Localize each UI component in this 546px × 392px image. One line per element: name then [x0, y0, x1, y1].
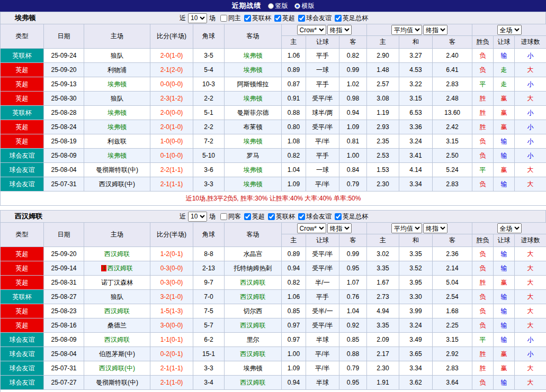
match-row: 英超25-08-16桑德兰3-0(0-0)5-7西汉姆联0.97受平/半0.92… — [1, 318, 546, 333]
same-venue-filter[interactable]: 同客 — [220, 212, 241, 221]
match-score: 2-2(1-1) — [150, 163, 193, 177]
results-table: 类型日期主场比分(半场)角球客场Crow*终指平均值终指全场主让球客主和客胜负让… — [0, 222, 546, 392]
handicap-away-odds: 0.95 — [339, 261, 367, 276]
handicap-away-odds: 0.99 — [339, 63, 367, 77]
match-score: 1-5(1-3) — [150, 304, 193, 318]
euro-odds-group: 平均值终指 — [367, 223, 472, 234]
bookmaker-select[interactable]: Crow* — [297, 223, 326, 233]
away-team: 布莱顿 — [225, 120, 282, 134]
handicap-away-odds: 1.04 — [339, 304, 367, 318]
bookmaker-select[interactable]: Crow* — [297, 25, 326, 35]
away-team: 西汉姆联 — [225, 276, 282, 290]
competition-filter[interactable]: 球会友谊 — [298, 14, 332, 23]
handicap-line: 平/半 — [306, 134, 339, 149]
layout-radio-horizontal[interactable]: 横版 — [294, 2, 315, 11]
competition-checkbox[interactable] — [274, 15, 281, 22]
competition-checkbox[interactable] — [335, 213, 342, 220]
result-handicap: 输 — [494, 177, 515, 192]
match-score: 0-2(0-1) — [150, 347, 193, 361]
home-win-odds: 3.35 — [367, 261, 399, 276]
match-type: 英超 — [1, 261, 44, 276]
results-table: 类型日期主场比分(半场)角球客场Crow*终指平均值终指全场主让球客主和客胜负让… — [0, 24, 546, 206]
period-select[interactable]: 全场 — [497, 25, 522, 35]
competition-filter[interactable]: 英超 — [244, 212, 265, 221]
home-team: 埃弗顿 — [84, 149, 150, 163]
same-venue-checkbox[interactable] — [220, 213, 227, 220]
sub-col-header: 客 — [433, 36, 472, 49]
home-team: 西汉姆联(中) — [84, 361, 150, 376]
home-team-name: 曼彻斯特联(中) — [96, 166, 138, 174]
same-venue-checkbox[interactable] — [220, 15, 227, 22]
result-group: 全场 — [472, 24, 546, 36]
competition-checkbox[interactable] — [244, 15, 251, 22]
match-date: 25-07-27 — [44, 376, 84, 390]
competition-checkbox[interactable] — [298, 15, 305, 22]
result-goals: 大 — [515, 163, 546, 177]
result-goals: 大 — [515, 290, 546, 304]
competition-filter[interactable]: 英超 — [274, 14, 295, 23]
match-score: 0-1(0-0) — [150, 149, 193, 163]
sub-col-header: 客 — [339, 36, 367, 49]
result-handicap: 赢 — [494, 347, 515, 361]
competition-label: 英超 — [252, 212, 265, 221]
competition-filter[interactable]: 英联杯 — [244, 14, 271, 23]
handicap-home-odds: 1.09 — [282, 177, 306, 192]
result-handicap: 输 — [494, 318, 515, 333]
competition-filter[interactable]: 英联杯 — [268, 212, 295, 221]
competition-filter[interactable]: 球会友谊 — [298, 212, 332, 221]
near-label: 近 — [180, 212, 186, 221]
match-date: 25-09-20 — [44, 63, 84, 77]
competition-checkbox[interactable] — [298, 213, 305, 220]
away-win-odds: 2.40 — [433, 49, 472, 63]
handicap-line: 受平/半 — [306, 92, 339, 106]
competition-filter[interactable]: 英足总杯 — [335, 212, 368, 221]
competition-filter[interactable]: 英足总杯 — [335, 14, 368, 23]
period-select[interactable]: 全场 — [497, 223, 522, 233]
sub-col-header: 让球 — [306, 234, 339, 247]
sub-col-header: 主 — [282, 36, 306, 49]
result-outcome: 胜 — [472, 347, 494, 361]
corner-score: 2-13 — [193, 261, 225, 276]
result-goals: 小 — [515, 347, 546, 361]
match-row: 英超25-09-20利物浦2-1(2-0)5-4埃弗顿0.89一球0.991.4… — [1, 63, 546, 77]
home-team-name: 埃弗顿 — [108, 109, 127, 116]
match-row: 英超25-08-31诺丁汉森林0-3(0-0)9-7西汉姆联0.82半/一1.0… — [1, 276, 546, 290]
competition-checkbox[interactable] — [244, 213, 251, 220]
sub-col-header: 和 — [399, 36, 433, 49]
match-count-select[interactable]: 10 — [188, 13, 207, 23]
competition-checkbox[interactable] — [268, 213, 275, 220]
handicap-time-select[interactable]: 终指 — [327, 25, 352, 35]
result-outcome: 平 — [472, 77, 494, 92]
result-goals: 小 — [515, 149, 546, 163]
handicap-line: 受平/半 — [306, 247, 339, 261]
match-score: 2-1(1-1) — [150, 177, 193, 192]
handicap-line: 平手 — [306, 290, 339, 304]
home-win-odds: 2.57 — [367, 77, 399, 92]
home-win-odds: 2.93 — [367, 120, 399, 134]
home-team: 狼队 — [84, 290, 150, 304]
away-win-odds: 3.64 — [433, 376, 472, 390]
handicap-away-odds: 0.92 — [339, 318, 367, 333]
result-handicap: 走 — [494, 77, 515, 92]
match-type: 英超 — [1, 276, 44, 290]
euro-odds-select[interactable]: 平均值 — [391, 25, 422, 35]
handicap-line: 平手 — [306, 49, 339, 63]
corner-score: 7-0 — [193, 290, 225, 304]
competition-checkbox[interactable] — [335, 15, 342, 22]
match-date: 25-08-19 — [44, 134, 84, 149]
radio-icon-vertical — [268, 3, 274, 9]
match-count-select[interactable]: 10 — [188, 212, 207, 222]
result-outcome: 胜 — [472, 361, 494, 376]
euro-time-select[interactable]: 终指 — [423, 25, 447, 35]
handicap-away-odds: 0.98 — [339, 92, 367, 106]
home-team: 利兹联 — [84, 134, 150, 149]
match-type: 球会友谊 — [1, 163, 44, 177]
sub-col-header: 客 — [433, 234, 472, 247]
handicap-time-select[interactable]: 终指 — [327, 223, 352, 233]
layout-radio-vertical[interactable]: 竖版 — [268, 2, 288, 11]
corner-score: 6-2 — [193, 333, 225, 347]
euro-odds-select[interactable]: 平均值 — [391, 223, 422, 233]
euro-time-select[interactable]: 终指 — [423, 223, 447, 233]
match-type: 英超 — [1, 77, 44, 92]
same-venue-filter[interactable]: 同主 — [220, 14, 241, 23]
